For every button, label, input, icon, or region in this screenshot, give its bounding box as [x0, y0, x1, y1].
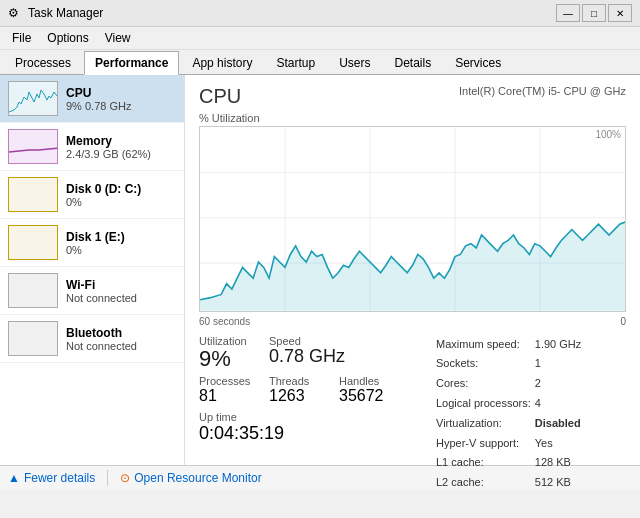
handles-value: 35672 — [339, 387, 399, 405]
tab-startup[interactable]: Startup — [265, 51, 326, 75]
tab-users[interactable]: Users — [328, 51, 381, 75]
menu-view[interactable]: View — [97, 29, 139, 47]
left-stats: Utilization 9% Speed 0.78 GHz Processes … — [199, 335, 424, 448]
stat-virt: Virtualization: Disabled — [436, 414, 585, 434]
cores-value: 2 — [535, 374, 585, 394]
sockets-label: Sockets: — [436, 354, 535, 374]
menu-file[interactable]: File — [4, 29, 39, 47]
disk1-label: Disk 1 (E:) — [66, 230, 176, 244]
stat-l1: L1 cache: 128 KB — [436, 453, 585, 473]
processes-value: 81 — [199, 387, 259, 405]
close-button[interactable]: ✕ — [608, 4, 632, 22]
cpu-value: 9% 0.78 GHz — [66, 100, 176, 112]
sidebar-item-bluetooth[interactable]: Bluetooth Not connected — [0, 315, 184, 363]
cpu-thumbnail — [8, 81, 58, 116]
max-speed-label: Maximum speed: — [436, 335, 535, 355]
main-content: CPU 9% 0.78 GHz Memory 2.4/3.9 GB (62%) … — [0, 75, 640, 465]
menu-bar: File Options View — [0, 27, 640, 50]
util-value: 9% — [199, 347, 259, 371]
stat-sockets: Sockets: 1 — [436, 354, 585, 374]
tab-performance[interactable]: Performance — [84, 51, 179, 75]
window-controls: — □ ✕ — [556, 4, 632, 22]
chart-time-left: 60 seconds — [199, 316, 250, 327]
stat-max-speed: Maximum speed: 1.90 GHz — [436, 335, 585, 355]
cpu-panel-subtitle: Intel(R) Core(TM) i5- CPU @ GHz — [459, 85, 626, 97]
title-bar-left: ⚙ Task Manager — [8, 6, 103, 20]
util-stat: Utilization 9% — [199, 335, 259, 371]
hyperv-value: Yes — [535, 434, 585, 454]
disk0-label: Disk 0 (D: C:) — [66, 182, 176, 196]
virt-value: Disabled — [535, 414, 585, 434]
menu-options[interactable]: Options — [39, 29, 96, 47]
disk0-value: 0% — [66, 196, 176, 208]
stat-logical: Logical processors: 4 — [436, 394, 585, 414]
wifi-label: Wi-Fi — [66, 278, 176, 292]
cpu-panel: CPU Intel(R) Core(TM) i5- CPU @ GHz % Ut… — [185, 75, 640, 465]
l2-label: L2 cache: — [436, 473, 535, 490]
l2-value: 512 KB — [535, 473, 585, 490]
hyperv-label: Hyper-V support: — [436, 434, 535, 454]
stat-hyperv: Hyper-V support: Yes — [436, 434, 585, 454]
chart-time-right: 0 — [620, 316, 626, 327]
chart-util-label: % Utilization — [199, 112, 626, 124]
fewer-details-link[interactable]: ▲ Fewer details — [8, 471, 95, 485]
uptime-label: Up time — [199, 411, 424, 423]
resource-monitor-link[interactable]: ⊙ Open Resource Monitor — [120, 471, 261, 485]
sidebar-item-memory[interactable]: Memory 2.4/3.9 GB (62%) — [0, 123, 184, 171]
cpu-chart: 100% — [199, 126, 626, 312]
cores-label: Cores: — [436, 374, 535, 394]
restore-button[interactable]: □ — [582, 4, 606, 22]
disk1-value: 0% — [66, 244, 176, 256]
logical-label: Logical processors: — [436, 394, 535, 414]
tab-services[interactable]: Services — [444, 51, 512, 75]
right-stats: Maximum speed: 1.90 GHz Sockets: 1 Cores… — [436, 335, 626, 490]
mem-info: Memory 2.4/3.9 GB (62%) — [66, 134, 176, 160]
bottom-divider — [107, 470, 108, 486]
disk1-thumbnail — [8, 225, 58, 260]
threads-stat: Threads 1263 — [269, 375, 329, 405]
handles-stat: Handles 35672 — [339, 375, 399, 405]
stat-cores: Cores: 2 — [436, 374, 585, 394]
disk0-info: Disk 0 (D: C:) 0% — [66, 182, 176, 208]
sidebar-item-wifi[interactable]: Wi-Fi Not connected — [0, 267, 184, 315]
logical-value: 4 — [535, 394, 585, 414]
mem-label: Memory — [66, 134, 176, 148]
cpu-panel-title: CPU — [199, 85, 241, 108]
tab-processes[interactable]: Processes — [4, 51, 82, 75]
cpu-info: CPU 9% 0.78 GHz — [66, 86, 176, 112]
cpu-header: CPU Intel(R) Core(TM) i5- CPU @ GHz — [199, 85, 626, 108]
bt-info: Bluetooth Not connected — [66, 326, 176, 352]
sidebar-item-cpu[interactable]: CPU 9% 0.78 GHz — [0, 75, 184, 123]
minimize-button[interactable]: — — [556, 4, 580, 22]
processes-stat: Processes 81 — [199, 375, 259, 405]
cpu-label: CPU — [66, 86, 176, 100]
uptime-block: Up time 0:04:35:19 — [199, 411, 424, 444]
sockets-value: 1 — [535, 354, 585, 374]
resource-monitor-icon: ⊙ — [120, 471, 130, 485]
sidebar-item-disk1[interactable]: Disk 1 (E:) 0% — [0, 219, 184, 267]
mem-thumbnail — [8, 129, 58, 164]
l1-label: L1 cache: — [436, 453, 535, 473]
chevron-up-icon: ▲ — [8, 471, 20, 485]
chart-max-label: 100% — [595, 129, 621, 140]
bt-label: Bluetooth — [66, 326, 176, 340]
virt-label: Virtualization: — [436, 414, 535, 434]
bt-value: Not connected — [66, 340, 176, 352]
chart-time-labels: 60 seconds 0 — [199, 316, 626, 327]
sidebar: CPU 9% 0.78 GHz Memory 2.4/3.9 GB (62%) … — [0, 75, 185, 465]
processes-row: Processes 81 Threads 1263 Handles 35672 — [199, 375, 424, 405]
speed-value: 0.78 GHz — [269, 347, 345, 367]
sidebar-item-disk0[interactable]: Disk 0 (D: C:) 0% — [0, 171, 184, 219]
tab-details[interactable]: Details — [383, 51, 442, 75]
resource-monitor-label: Open Resource Monitor — [134, 471, 261, 485]
stats-section: Utilization 9% Speed 0.78 GHz Processes … — [199, 335, 626, 490]
title-bar: ⚙ Task Manager — □ ✕ — [0, 0, 640, 27]
uptime-value: 0:04:35:19 — [199, 423, 424, 444]
stat-l2: L2 cache: 512 KB — [436, 473, 585, 490]
util-speed-row: Utilization 9% Speed 0.78 GHz — [199, 335, 424, 371]
wifi-info: Wi-Fi Not connected — [66, 278, 176, 304]
l1-value: 128 KB — [535, 453, 585, 473]
speed-label: Speed — [269, 335, 345, 347]
util-label: Utilization — [199, 335, 259, 347]
tab-app-history[interactable]: App history — [181, 51, 263, 75]
